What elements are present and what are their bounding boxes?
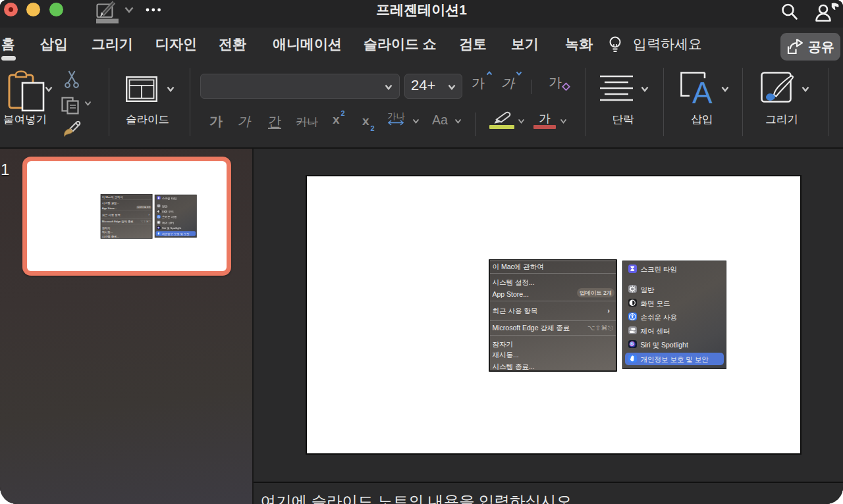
settings-item-label: 제어 센터 <box>641 327 670 336</box>
tab-record[interactable]: 녹화 <box>565 35 593 53</box>
insert-icon-letter: A <box>692 76 713 110</box>
menu-separator <box>490 273 616 274</box>
highlighter-icon <box>489 111 516 124</box>
tab-design[interactable]: 디자인 <box>155 35 197 53</box>
settings-item-label: 스크린 타임 <box>641 265 677 274</box>
paste-chevron[interactable] <box>45 86 53 92</box>
paragraph-chevron[interactable] <box>641 86 649 92</box>
screentime-icon <box>628 265 637 273</box>
bold-button[interactable]: 가 <box>209 113 223 130</box>
font-name-combobox[interactable] <box>200 74 400 99</box>
font-size-value: 24+ <box>411 77 435 94</box>
system-settings-screenshot: 스크린 타임 일반 화면 모드 <box>155 195 197 238</box>
tab-animations[interactable]: 애니메이션 <box>273 35 342 53</box>
updates-badge: 업데이트 2개 <box>136 205 151 209</box>
new-slide-button[interactable] <box>126 76 157 102</box>
active-tab-indicator <box>1 56 16 61</box>
font-color-chevron[interactable] <box>560 118 567 124</box>
italic-button[interactable]: 가 <box>236 113 254 130</box>
settings-item-controlcenter: 제어 센터 <box>623 324 726 337</box>
insert-button[interactable]: A <box>680 72 715 106</box>
tab-slideshow[interactable]: 슬라이드 쇼 <box>364 35 437 53</box>
privacy-icon <box>628 355 637 363</box>
settings-item-icon <box>157 210 160 213</box>
spacing-chevron[interactable] <box>412 118 420 124</box>
superscript-button[interactable]: x2 <box>333 113 340 127</box>
tab-transitions[interactable]: 전환 <box>219 35 246 53</box>
grow-font-button[interactable]: 가 <box>472 74 485 92</box>
small-separator <box>531 80 532 94</box>
settings-item-label: 손쉬운 사용 <box>641 313 677 322</box>
change-case-button[interactable]: Aa <box>432 113 448 128</box>
tellme-box[interactable]: 입력하세요 <box>633 35 702 53</box>
paragraph-button[interactable] <box>600 75 633 103</box>
subscript-glyph: x <box>362 114 369 128</box>
settings-item-label: 화면 모드 <box>641 299 670 309</box>
cut-button[interactable] <box>65 70 79 89</box>
shrink-font-glyph: 가 <box>501 76 514 90</box>
settings-item-label: Siri 및 Spotlight <box>162 226 181 230</box>
case-chevron[interactable] <box>454 118 462 124</box>
highlight-color-button[interactable] <box>489 111 516 124</box>
clear-formatting-button[interactable]: 가 <box>549 74 562 91</box>
settings-item-icon <box>628 265 637 273</box>
new-slide-label: 슬라이드 <box>126 113 169 127</box>
character-spacing-button[interactable]: 가나 <box>387 111 405 122</box>
insert-chevron[interactable] <box>721 86 729 92</box>
font-size-chevron[interactable] <box>448 84 456 90</box>
subscript-exponent: 2 <box>370 124 374 132</box>
draw-chevron[interactable] <box>802 86 809 92</box>
new-slide-chevron[interactable] <box>167 86 175 92</box>
underline-button[interactable]: 간 <box>268 113 281 130</box>
font-size-combobox[interactable]: 24+ <box>404 74 462 99</box>
tab-view[interactable]: 보기 <box>511 35 539 53</box>
system-settings-screenshot: 스크린 타임 일반 화면 모드 <box>622 261 727 370</box>
settings-item-label: Siri 및 Spotlight <box>641 341 688 350</box>
font-color-button[interactable]: 가 <box>533 113 556 125</box>
shrink-font-button[interactable]: 가 <box>501 74 514 92</box>
screentime-icon <box>157 196 160 199</box>
menu-item-recent-items: 최근 사용 항목 <box>493 307 538 315</box>
settings-item-icon <box>157 232 160 235</box>
strikethrough-button[interactable]: 커나 <box>296 114 318 130</box>
accessibility-icon <box>628 313 637 321</box>
insert-group-label: 삽입 <box>692 113 713 127</box>
paste-button[interactable] <box>8 71 45 113</box>
superscript-exponent: 2 <box>340 109 344 117</box>
tab-home[interactable]: 홈 <box>1 35 15 53</box>
group-divider <box>190 68 190 136</box>
settings-item-appearance: 화면 모드 <box>155 209 196 214</box>
highlight-chevron[interactable] <box>518 118 525 124</box>
tab-insert[interactable]: 삽입 <box>40 35 68 53</box>
menu-item-force-quit: Microsoft Edge 강제 종료 <box>102 220 134 223</box>
settings-item-label: 화면 모드 <box>162 210 174 214</box>
tab-draw[interactable]: 그리기 <box>92 35 133 53</box>
general-icon <box>157 204 160 207</box>
menu-item-restart: 재시동... <box>102 230 113 234</box>
settings-item-accessibility: 손쉬운 사용 <box>155 214 196 220</box>
menu-item-app-store: App Store... <box>102 206 117 209</box>
apple-menu: 이 Mac에 관하여 시스템 설정... App Store... 업데이트 2… <box>490 261 616 370</box>
slide[interactable]: 이 Mac에 관하여 시스템 설정... App Store... 업데이트 2… <box>306 175 802 455</box>
settings-item-icon <box>628 285 637 293</box>
group-divider <box>663 68 664 136</box>
copy-chevron[interactable] <box>84 101 92 106</box>
menu-item-shutdown: 시스템 종료... <box>102 235 119 238</box>
settings-item-icon <box>628 313 637 321</box>
share-button[interactable]: 공유 <box>780 33 840 61</box>
people-icon <box>815 2 841 23</box>
settings-item-label: 제어 센터 <box>162 221 174 225</box>
settings-item-screentime: 스크린 타임 <box>623 263 726 275</box>
draw-button[interactable] <box>761 72 794 105</box>
search-button[interactable] <box>780 3 799 21</box>
presence-button[interactable] <box>815 2 841 23</box>
font-name-chevron[interactable] <box>385 84 393 90</box>
notes-pane[interactable]: 여기에 슬라이드 노트의 내용을 입력하십시오 <box>254 483 843 504</box>
format-painter-button[interactable] <box>63 120 82 138</box>
settings-item-icon <box>157 215 160 218</box>
slide-thumbnail[interactable]: 이 Mac에 관하여 시스템 설정... App Store... 업데이트 2… <box>22 157 231 276</box>
copy-button[interactable] <box>61 97 80 114</box>
tab-review[interactable]: 검토 <box>459 35 487 53</box>
siri-icon <box>157 226 160 230</box>
subscript-button[interactable]: x2 <box>362 114 369 128</box>
